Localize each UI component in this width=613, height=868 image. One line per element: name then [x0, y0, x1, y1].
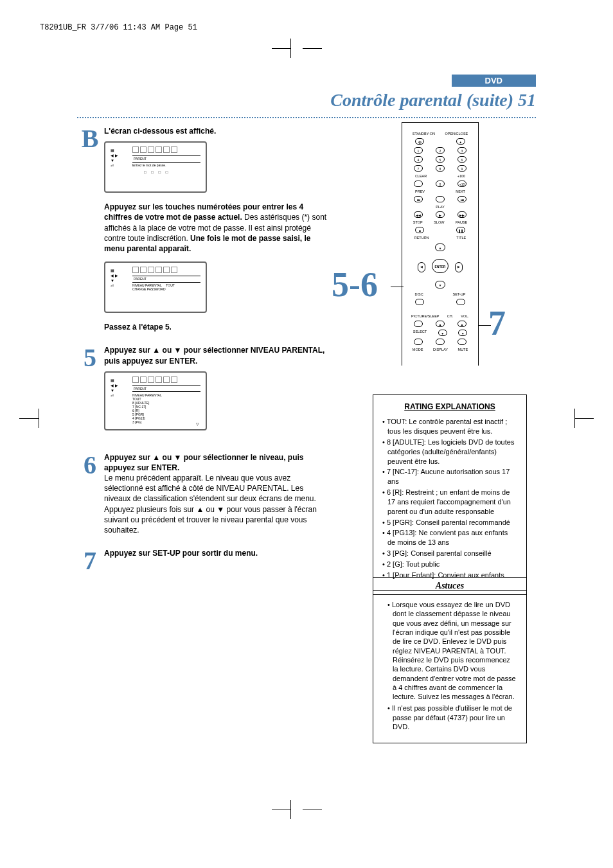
step-B-lead: L'écran ci-dessous est affiché. — [104, 127, 216, 136]
crop-mark-top — [290, 39, 302, 58]
label-prev: PREV — [415, 190, 425, 193]
step-6: 6 Appuyez sur ▲ ou ▼ pour sélectionner l… — [77, 452, 328, 536]
label-setup: SET-UP — [453, 292, 466, 296]
osd-screen-2: ▦◀ ▶▼⏎ PARENT NIVEAU PARENTAL TOUT CHANG… — [104, 261, 207, 313]
rating-item: 7 [NC-17]: Aucune autorisation sous 17 a… — [382, 467, 517, 486]
tips-box: Astuces Lorsque vous essayez de lire un … — [373, 577, 527, 743]
numpad-8: 8 — [436, 165, 445, 172]
left-column: B L'écran ci-dessous est affiché. ▦◀ ▶▼⏎… — [77, 126, 328, 587]
btn-ch-dn: ▼ — [438, 330, 447, 336]
btn-stop: ■ — [415, 227, 424, 233]
osd2-bar: PARENT — [132, 276, 200, 283]
step-marker-7: 7 — [77, 548, 103, 574]
numpad-5: 5 — [436, 156, 445, 163]
label-ch: CH. — [447, 314, 453, 318]
numpad-1: 1 — [414, 147, 423, 154]
step-marker-6: 6 — [77, 452, 103, 478]
osd2-inner: NIVEAU PARENTAL TOUT CHANGE PASSWORD — [132, 283, 175, 291]
btn-standby: ⏻ — [415, 138, 424, 145]
osd-screen-3: ▦◀ ▶▼⏎ PARENT NIVEAU PARENTAL TOUT 8 [AD… — [104, 371, 207, 430]
step-B-after: Passez à l'étape 5. — [104, 323, 172, 332]
step-7-bold: Appuyez sur SET-UP pour sortir du menu. — [104, 549, 258, 558]
label-disc: DISC — [414, 292, 423, 296]
print-header: T8201UB_FR 3/7/06 11:43 AM Page 51 — [40, 23, 197, 32]
label-picture: PICTURE/SLEEP — [411, 314, 439, 318]
rating-item: 3 [PG]: Conseil parental conseillé — [382, 549, 517, 558]
label-clear: CLEAR — [415, 174, 427, 178]
label-play: PLAY — [407, 205, 473, 209]
numpad-0: 0 — [436, 181, 445, 187]
btn-prev: ⏮ — [414, 196, 423, 202]
ratings-box: RATING EXPLANATIONS TOUT: Le contrôle pa… — [373, 394, 527, 591]
numpad-3: 3 — [458, 147, 466, 154]
dpad-right: ▶ — [455, 262, 463, 272]
osd-screen-1: ▦◀ ▶▼⏎ PARENT Entrez le mot de passe. □ … — [104, 141, 207, 193]
step-7: 7 Appuyez sur SET-UP pour sortir du menu… — [77, 548, 328, 574]
dotted-rule — [77, 117, 536, 118]
callout-7: 7 — [488, 303, 506, 343]
btn-blank — [436, 196, 445, 202]
label-mute: MUTE — [458, 348, 468, 351]
rating-item: 5 [PGR]: Conseil parental recommandé — [382, 518, 517, 527]
step-marker-5: 5 — [77, 345, 103, 371]
dpad-enter: ENTER — [432, 259, 449, 273]
btn-ffw: ▶▶ — [458, 211, 466, 218]
ratings-title: RATING EXPLANATIONS — [382, 402, 517, 412]
label-standby: STANDBY-ON — [413, 132, 435, 136]
crop-mark-bottom — [290, 800, 302, 819]
label-openclose: OPEN/CLOSE — [445, 132, 468, 136]
step-B: B L'écran ci-dessous est affiché. ▦◀ ▶▼⏎… — [77, 126, 328, 332]
tip-item: Lorsque vous essayez de lire un DVD dont… — [382, 600, 517, 701]
crop-mark-left — [19, 409, 39, 428]
btn-rew: ◀◀ — [414, 211, 423, 218]
step-6-body: Le menu précédent apparaît. Le niveau qu… — [104, 474, 317, 535]
callout-5-6: 5-6 — [332, 265, 378, 305]
rating-item: 4 [PG13]: Ne convient pas aux enfants de… — [382, 528, 517, 547]
numpad-7: 7 — [414, 165, 423, 172]
dpad-left: ◀ — [418, 262, 425, 272]
numpad-6: 6 — [458, 156, 466, 163]
label-pause: PAUSE — [456, 220, 467, 224]
btn-disc — [415, 299, 424, 305]
label-return: RETURN — [414, 236, 429, 240]
osd3-inner: NIVEAU PARENTAL TOUT 8 [ADULTE] 7 [NC-17… — [132, 393, 162, 424]
btn-mode — [414, 339, 423, 345]
step-marker-B: B — [77, 126, 103, 152]
callout-7-line — [478, 325, 491, 326]
dpad-down: ▼ — [435, 281, 445, 288]
osd1-inner: Entrez le mot de passe. — [132, 163, 166, 167]
btn-open: ▲ — [456, 138, 465, 145]
dpad: ▲ ▼ ◀ ▶ ENTER — [418, 244, 463, 288]
btn-pause: ❚❚ — [456, 227, 465, 233]
tips-title: Astuces — [373, 578, 526, 595]
label-mode: MODE — [413, 348, 423, 351]
btn-vol-up: ▲ — [458, 321, 466, 327]
btn-play: ▶ — [436, 211, 445, 218]
dpad-up: ▲ — [435, 244, 445, 251]
step-6-bold: Appuyez sur ▲ ou ▼ pour sélectionner le … — [104, 453, 303, 472]
section-tag: DVD — [452, 75, 536, 87]
remote-diagram: STANDBY-ONOPEN/CLOSE ⏻▲ 123 456 789 CLEA… — [402, 122, 479, 366]
rating-item: 2 [G]: Tout public — [382, 560, 517, 569]
step-5: 5 Appuyez sur ▲ ou ▼ pour sélectionner N… — [77, 345, 328, 439]
osd3-bar: PARENT — [132, 385, 200, 393]
numpad-9: 9 — [458, 165, 466, 172]
rating-item: TOUT: Le contrôle parental est inactif ;… — [382, 417, 517, 436]
numpad-4: 4 — [414, 156, 423, 163]
label-display: DISPLAY — [433, 348, 448, 351]
tip-item: Il n'est pas possible d'utiliser le mot … — [382, 704, 517, 731]
page-title: Contrôle parental (suite) 51 — [330, 90, 536, 111]
label-title: TITLE — [456, 236, 466, 240]
btn-mute — [458, 339, 466, 345]
label-select: SELECT — [413, 330, 427, 336]
numpad-2: 2 — [436, 147, 445, 154]
crop-mark-right — [574, 409, 594, 428]
label-vol: VOL. — [461, 314, 469, 318]
label-stop: STOP — [413, 220, 423, 224]
btn-plus10: +10 — [458, 181, 466, 187]
btn-setup — [456, 299, 465, 305]
btn-pic — [414, 321, 423, 327]
label-next: NEXT — [456, 190, 465, 193]
rating-item: 6 [R]: Restreint ; un enfant de moins de… — [382, 488, 517, 517]
btn-ch-up: ▲ — [436, 321, 445, 327]
